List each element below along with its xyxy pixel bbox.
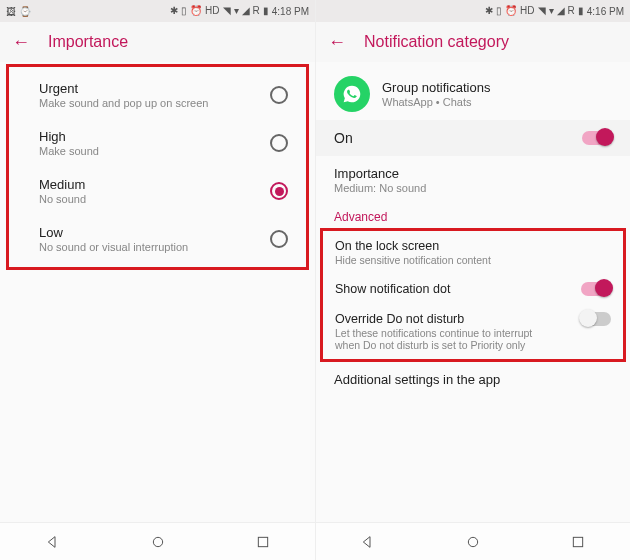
highlight-frame: On the lock screen Hide sensitive notifi… [320,228,626,362]
picture-icon: 🖼 [6,6,16,17]
bluetooth-icon: ✱ [170,6,178,16]
option-desc: No sound or visual interruption [39,241,188,253]
row-label: Importance [334,166,612,181]
toggle-switch[interactable] [582,131,612,145]
signal-icon: ◢ [242,6,250,16]
battery-icon: ▮ [578,6,584,16]
nav-home-button[interactable] [148,532,168,552]
hd-icon: HD [520,6,534,16]
alarm-icon: ⏰ [190,6,202,16]
signal-icon: ◢ [557,6,565,16]
appbar: ← Importance [0,22,315,62]
radio-icon[interactable] [270,86,288,104]
radio-icon[interactable] [270,134,288,152]
option-medium[interactable]: Medium No sound [9,167,306,215]
whatsapp-icon [334,76,370,112]
appbar: ← Notification category [316,22,630,62]
row-value: Medium: No sound [334,182,612,194]
channel-sub: WhatsApp • Chats [382,96,490,108]
option-desc: Make sound and pop up on screen [39,97,208,109]
nav-home-button[interactable] [463,532,483,552]
svg-point-2 [468,537,477,546]
option-desc: No sound [39,193,86,205]
option-low[interactable]: Low No sound or visual interruption [9,215,306,263]
advanced-section-label: Advanced [316,204,630,226]
wifi-icon: ▾ [234,6,239,16]
navbar [316,522,630,560]
battery-icon: ▮ [263,6,269,16]
page-title: Notification category [364,33,509,51]
row-desc: Hide sensitive notification content [335,254,491,266]
channel-header: Group notifications WhatsApp • Chats [316,62,630,120]
enable-toggle-row[interactable]: On [316,120,630,156]
svg-point-0 [153,537,162,546]
vibrate-icon: ▯ [496,6,502,16]
navbar [0,522,315,560]
svg-rect-3 [573,537,582,546]
nav-back-button[interactable] [358,532,378,552]
page-title: Importance [48,33,128,51]
back-button[interactable]: ← [328,33,346,51]
phone-right: ✱ ▯ ⏰ HD ◥ ▾ ◢ R ▮ 4:16 PM ← Notificatio… [315,0,630,560]
additional-settings-row[interactable]: Additional settings in the app [316,364,630,397]
radio-icon[interactable] [270,230,288,248]
row-label: On the lock screen [335,239,491,253]
adv-lock-screen[interactable]: On the lock screen Hide sensitive notifi… [323,231,623,274]
content: Urgent Make sound and pop up on screen H… [0,62,315,522]
status-left-icons: 🖼 ⌚ [6,6,31,17]
roaming-icon: R [253,6,260,16]
watch-icon: ⌚ [19,6,31,17]
alarm-icon: ⏰ [505,6,517,16]
svg-rect-1 [258,537,267,546]
channel-name: Group notifications [382,80,490,95]
back-button[interactable]: ← [12,33,30,51]
location-icon: ◥ [538,6,546,16]
nav-recents-button[interactable] [253,532,273,552]
adv-override-dnd[interactable]: Override Do not disturb Let these notifi… [323,304,623,359]
bluetooth-icon: ✱ [485,6,493,16]
adv-notification-dot[interactable]: Show notification dot [323,274,623,304]
importance-row[interactable]: Importance Medium: No sound [316,156,630,204]
highlight-frame: Urgent Make sound and pop up on screen H… [6,64,309,270]
radio-icon[interactable] [270,182,288,200]
nav-recents-button[interactable] [568,532,588,552]
option-urgent[interactable]: Urgent Make sound and pop up on screen [9,71,306,119]
content: Group notifications WhatsApp • Chats On … [316,62,630,522]
hd-icon: HD [205,6,219,16]
row-desc: Let these notifications continue to inte… [335,327,545,351]
roaming-icon: R [568,6,575,16]
row-label: Additional settings in the app [334,372,612,387]
statusbar: ✱ ▯ ⏰ HD ◥ ▾ ◢ R ▮ 4:16 PM [316,0,630,22]
vibrate-icon: ▯ [181,6,187,16]
option-label: High [39,129,99,144]
status-time: 4:18 PM [272,6,309,17]
location-icon: ◥ [223,6,231,16]
nav-back-button[interactable] [43,532,63,552]
status-right: ✱ ▯ ⏰ HD ◥ ▾ ◢ R ▮ 4:16 PM [485,6,624,17]
option-label: Low [39,225,188,240]
wifi-icon: ▾ [549,6,554,16]
option-label: Urgent [39,81,208,96]
option-high[interactable]: High Make sound [9,119,306,167]
status-time: 4:16 PM [587,6,624,17]
option-label: Medium [39,177,86,192]
phone-left: 🖼 ⌚ ✱ ▯ ⏰ HD ◥ ▾ ◢ R ▮ 4:18 PM ← Importa… [0,0,315,560]
option-desc: Make sound [39,145,99,157]
toggle-switch[interactable] [581,282,611,296]
status-right: ✱ ▯ ⏰ HD ◥ ▾ ◢ R ▮ 4:18 PM [170,6,309,17]
row-label: Override Do not disturb [335,312,545,326]
statusbar: 🖼 ⌚ ✱ ▯ ⏰ HD ◥ ▾ ◢ R ▮ 4:18 PM [0,0,315,22]
importance-options: Urgent Make sound and pop up on screen H… [9,67,306,267]
toggle-switch[interactable] [581,312,611,326]
row-label: Show notification dot [335,282,450,296]
enable-label: On [334,130,353,146]
